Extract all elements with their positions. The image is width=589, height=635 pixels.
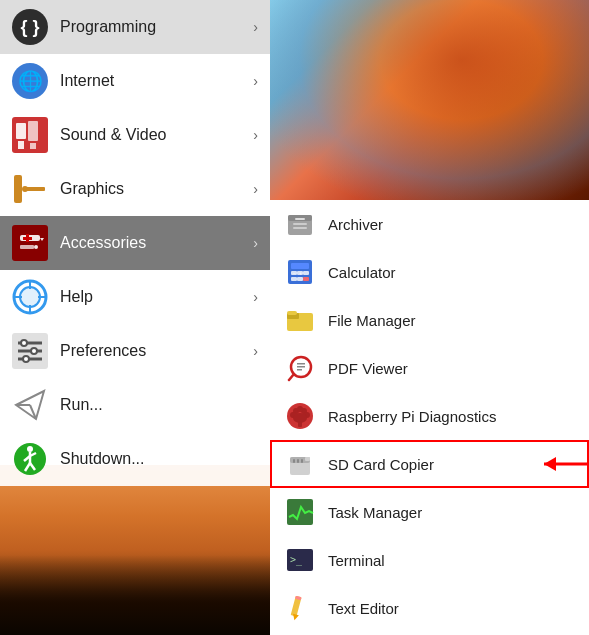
svg-point-29 [23, 356, 29, 362]
svg-rect-49 [303, 271, 309, 275]
svg-rect-14 [23, 237, 32, 240]
submenu-label-text-editor: Text Editor [328, 600, 399, 617]
svg-rect-5 [14, 175, 22, 203]
menu-label-accessories: Accessories [60, 234, 253, 252]
svg-rect-74 [305, 457, 310, 461]
arrow-help: › [253, 289, 258, 305]
svg-rect-60 [297, 363, 305, 365]
svg-rect-8 [12, 225, 48, 261]
menu-label-graphics: Graphics [60, 180, 253, 198]
submenu-label-archiver: Archiver [328, 216, 383, 233]
arrow-accessories: › [253, 235, 258, 251]
submenu-item-archiver[interactable]: Archiver [270, 200, 589, 248]
submenu-item-task-manager[interactable]: Task Manager [270, 488, 589, 536]
svg-marker-79 [544, 457, 556, 471]
svg-rect-3 [18, 141, 24, 149]
submenu-label-rpi-diagnostics: Raspberry Pi Diagnostics [328, 408, 496, 425]
terminal-icon: >_ [284, 544, 316, 576]
preferences-icon [12, 333, 48, 369]
svg-rect-62 [297, 369, 302, 371]
sd-card-icon [284, 448, 316, 480]
menu-item-preferences[interactable]: Preferences › [0, 324, 270, 378]
svg-rect-43 [293, 223, 307, 225]
text-editor-icon [284, 592, 316, 624]
left-menu: { } Programming › 🌐 Internet › Sound & V… [0, 0, 270, 635]
svg-rect-75 [293, 459, 295, 463]
menu-item-run[interactable]: Run... [0, 378, 270, 432]
svg-point-7 [22, 186, 28, 192]
svg-rect-46 [291, 263, 309, 269]
submenu-label-terminal: Terminal [328, 552, 385, 569]
svg-rect-76 [297, 459, 299, 463]
run-icon [12, 387, 48, 423]
arrow-internet: › [253, 73, 258, 89]
svg-rect-51 [297, 277, 303, 281]
submenu-item-file-manager[interactable]: File Manager [270, 296, 589, 344]
menu-item-internet[interactable]: 🌐 Internet › [0, 54, 270, 108]
arrow-preferences: › [253, 343, 258, 359]
archiver-icon [284, 208, 316, 240]
arrow-graphics: › [253, 181, 258, 197]
svg-text:−: − [293, 270, 296, 276]
svg-rect-11 [20, 245, 34, 249]
svg-rect-61 [297, 366, 305, 368]
sound-video-icon [12, 117, 48, 153]
bg-top-image [270, 0, 589, 200]
svg-point-22 [20, 287, 40, 307]
menu-item-sound-video[interactable]: Sound & Video › [0, 108, 270, 162]
svg-rect-50 [291, 277, 297, 281]
svg-rect-42 [295, 218, 305, 220]
red-arrow-annotation [534, 449, 589, 479]
menu-label-preferences: Preferences [60, 342, 253, 360]
submenu-label-task-manager: Task Manager [328, 504, 422, 521]
menu-item-accessories[interactable]: Accessories › [0, 216, 270, 270]
menu-label-programming: Programming [60, 18, 253, 36]
file-manager-icon [284, 304, 316, 336]
menu-item-shutdown[interactable]: Shutdown... [0, 432, 270, 486]
svg-point-69 [297, 406, 303, 412]
menu-label-shutdown: Shutdown... [60, 450, 258, 468]
svg-point-28 [31, 348, 37, 354]
submenu-label-pdf-viewer: PDF Viewer [328, 360, 408, 377]
svg-text:+: + [299, 270, 302, 276]
menu-label-run: Run... [60, 396, 258, 414]
shutdown-icon [12, 441, 48, 477]
submenu-item-terminal[interactable]: >_ Terminal [270, 536, 589, 584]
task-manager-icon [284, 496, 316, 528]
menu-item-graphics[interactable]: Graphics › [0, 162, 270, 216]
svg-rect-1 [16, 123, 26, 139]
svg-rect-2 [28, 121, 38, 141]
internet-icon: 🌐 [12, 63, 48, 99]
svg-line-63 [289, 374, 294, 380]
svg-rect-57 [287, 311, 297, 315]
submenu-item-sd-card-copier[interactable]: SD Card Copier [270, 440, 589, 488]
svg-point-27 [21, 340, 27, 346]
rpi-icon [284, 400, 316, 432]
menu-item-programming[interactable]: { } Programming › [0, 0, 270, 54]
svg-text:>_: >_ [290, 554, 303, 566]
svg-rect-77 [301, 459, 303, 463]
svg-rect-4 [30, 143, 36, 149]
graphics-icon [12, 171, 48, 207]
right-submenu: Archiver − + Calculator [270, 200, 589, 632]
svg-point-12 [34, 245, 38, 249]
submenu-label-calculator: Calculator [328, 264, 396, 281]
svg-rect-71 [298, 421, 302, 427]
arrow-programming: › [253, 19, 258, 35]
svg-rect-44 [293, 227, 307, 229]
menu-item-help[interactable]: Help › [0, 270, 270, 324]
submenu-item-rpi-diagnostics[interactable]: Raspberry Pi Diagnostics [270, 392, 589, 440]
submenu-label-file-manager: File Manager [328, 312, 416, 329]
submenu-item-calculator[interactable]: − + Calculator [270, 248, 589, 296]
menu-label-internet: Internet [60, 72, 253, 90]
svg-rect-52 [303, 277, 309, 281]
submenu-item-text-editor[interactable]: Text Editor [270, 584, 589, 632]
submenu-label-sd-card-copier: SD Card Copier [328, 456, 434, 473]
pdf-viewer-icon [284, 352, 316, 384]
svg-point-34 [27, 446, 33, 452]
calculator-icon: − + [284, 256, 316, 288]
help-icon [12, 279, 48, 315]
menu-label-sound-video: Sound & Video [60, 126, 253, 144]
accessories-icon [12, 225, 48, 261]
submenu-item-pdf-viewer[interactable]: PDF Viewer [270, 344, 589, 392]
